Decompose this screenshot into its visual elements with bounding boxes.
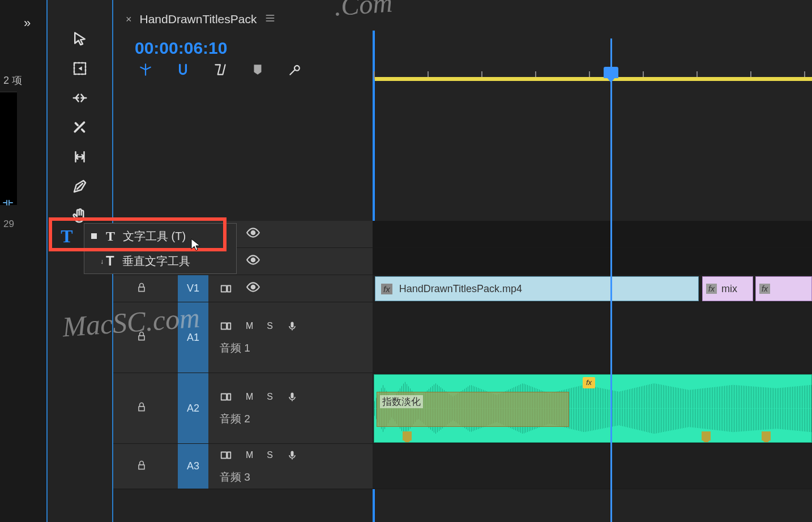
type-tool[interactable]: T — [54, 223, 80, 249]
track-v3-body[interactable] — [373, 221, 812, 248]
toggle-sync-icon[interactable] — [220, 449, 232, 461]
svg-rect-16 — [221, 394, 226, 400]
fx-badge[interactable]: fx — [759, 284, 770, 294]
tracks-content: fx HandDrawnTitlesPack.mp4 fx mix fx fx … — [373, 221, 812, 489]
ruler-start-line — [373, 31, 812, 82]
svg-rect-20 — [221, 452, 226, 458]
voice-over-icon[interactable] — [287, 448, 298, 462]
svg-rect-19 — [139, 465, 144, 469]
settings-icon[interactable] — [288, 62, 302, 77]
snap-indicator-icon — [1, 196, 15, 212]
playhead-line[interactable] — [610, 38, 612, 522]
svg-rect-22 — [291, 451, 294, 456]
mute-button[interactable]: M — [246, 321, 253, 331]
close-tab-icon[interactable]: × — [126, 14, 132, 25]
insert-overwrite-icon[interactable] — [138, 62, 153, 77]
frame-number-label: 29 — [3, 219, 14, 230]
audio-clip[interactable]: fx 指数淡化 — [374, 374, 812, 443]
project-panel-collapsed: » 2 项 29 — [0, 0, 43, 522]
work-area-bar[interactable] — [375, 77, 812, 81]
track-label[interactable]: A1 — [178, 302, 208, 373]
lock-track-icon[interactable] — [113, 401, 147, 415]
toggle-sync-icon[interactable] — [220, 391, 232, 403]
track-a1-body[interactable] — [373, 302, 812, 373]
slip-tool[interactable] — [67, 144, 93, 170]
track-a3-body[interactable] — [373, 444, 812, 489]
lock-track-icon[interactable] — [113, 460, 147, 473]
video-clip-tail[interactable]: fx — [755, 276, 812, 301]
solo-button[interactable]: S — [267, 321, 273, 331]
fx-badge[interactable]: fx — [706, 284, 717, 294]
mute-button[interactable]: M — [246, 392, 253, 402]
track-a2-body[interactable]: fx 指数淡化 — [373, 373, 812, 444]
track-label[interactable]: A2 — [178, 373, 208, 443]
playhead-handle[interactable] — [604, 67, 618, 78]
svg-point-6 — [251, 258, 255, 262]
track-name: 音频 1 — [220, 341, 373, 356]
type-tool-flyout: T 文字工具 (T) ↓ T 垂直文字工具 — [84, 223, 237, 274]
sequence-tab[interactable]: × HandDrawnTitlesPack — [126, 12, 276, 26]
toggle-sync-icon[interactable] — [220, 283, 232, 295]
track-v1-body[interactable]: fx HandDrawnTitlesPack.mp4 fx mix fx — [373, 275, 812, 302]
svg-rect-7 — [139, 287, 144, 292]
svg-point-10 — [251, 285, 255, 289]
voice-over-icon[interactable] — [287, 390, 298, 404]
panel-menu-icon[interactable] — [264, 12, 276, 26]
mute-button[interactable]: M — [246, 450, 253, 460]
toggle-track-output-icon[interactable] — [246, 225, 260, 243]
active-indicator-icon — [91, 233, 97, 239]
track-header-v1[interactable]: V1 — [113, 275, 373, 302]
timeline-toolbar — [138, 62, 302, 77]
svg-rect-8 — [221, 285, 226, 292]
video-clip[interactable]: fx HandDrawnTitlesPack.mp4 — [375, 276, 699, 301]
track-header-a1[interactable]: A1 M S 音频 1 — [113, 302, 373, 373]
marker-icon[interactable] — [250, 62, 265, 77]
svg-rect-17 — [228, 394, 231, 400]
flyout-item-label: 垂直文字工具 — [122, 254, 190, 269]
svg-rect-15 — [139, 407, 144, 411]
solo-button[interactable]: S — [267, 450, 273, 460]
track-header-a3[interactable]: A3 M S 音频 3 — [113, 444, 373, 489]
timecode-display[interactable]: 00:00:06:10 — [135, 38, 227, 58]
voice-over-icon[interactable] — [287, 319, 298, 333]
svg-rect-11 — [139, 336, 144, 340]
sequence-title: HandDrawnTitlesPack — [140, 12, 257, 26]
fx-badge[interactable]: fx — [381, 284, 392, 294]
svg-rect-12 — [221, 323, 226, 330]
toggle-sync-icon[interactable] — [220, 320, 232, 332]
razor-tool[interactable] — [67, 114, 93, 140]
expand-panel-icon[interactable]: » — [24, 16, 31, 31]
snap-icon[interactable] — [176, 62, 190, 77]
cursor-icon — [190, 238, 202, 254]
track-v2-body[interactable] — [373, 248, 812, 275]
flyout-item-label: 文字工具 (T) — [123, 229, 186, 244]
track-name: 音频 3 — [220, 470, 373, 485]
fx-badge[interactable]: fx — [583, 377, 595, 388]
toggle-track-output-icon[interactable] — [246, 280, 260, 298]
lock-track-icon[interactable] — [113, 331, 147, 344]
text-tool-icon: T — [106, 229, 115, 244]
track-header-a2[interactable]: A2 M S 音频 2 — [113, 373, 373, 444]
clip-name: mix — [721, 283, 737, 295]
track-select-forward-tool[interactable] — [67, 55, 93, 82]
ripple-edit-tool[interactable] — [67, 85, 93, 111]
solo-button[interactable]: S — [267, 392, 273, 402]
track-label[interactable]: V1 — [178, 275, 208, 302]
keyframe-marker-icon[interactable] — [702, 431, 711, 440]
project-thumbnail[interactable] — [0, 92, 17, 205]
video-clip-mix[interactable]: fx mix — [702, 276, 753, 301]
keyframe-marker-icon[interactable] — [403, 431, 412, 440]
track-label[interactable]: A3 — [178, 444, 208, 489]
keyframe-marker-icon[interactable] — [762, 431, 771, 440]
toggle-track-output-icon[interactable] — [246, 253, 260, 271]
linked-selection-icon[interactable] — [213, 62, 228, 77]
lock-track-icon[interactable] — [113, 282, 147, 296]
flyout-vertical-text-tool[interactable]: ↓ T 垂直文字工具 — [84, 249, 236, 273]
flyout-text-tool[interactable]: T 文字工具 (T) — [84, 224, 236, 249]
vertical-text-tool-icon: ↓ T — [106, 253, 114, 269]
pen-tool[interactable] — [67, 173, 93, 199]
svg-rect-14 — [291, 322, 294, 328]
svg-rect-13 — [228, 323, 231, 330]
item-count-label: 2 项 — [3, 74, 22, 87]
selection-tool[interactable] — [67, 26, 93, 52]
